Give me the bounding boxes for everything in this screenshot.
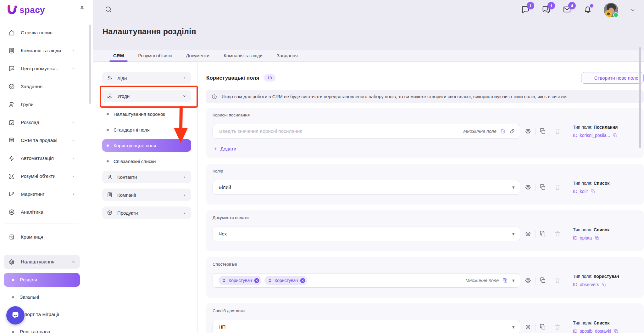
field-settings-button[interactable] [525,277,531,284]
subnav-item-custom-fields[interactable]: Користувацькі поля [102,139,191,152]
subnav-item-products[interactable]: Продукти [102,206,191,219]
gear-icon[interactable] [525,230,531,237]
field-settings-button[interactable] [525,128,531,135]
trash-icon[interactable] [554,128,561,135]
subnav-item-leads[interactable]: Ліди [102,72,191,84]
sidebar-item-groups[interactable]: Групи [4,98,80,111]
chip-label: Користувач [229,278,252,283]
support-chat-button[interactable] [6,306,25,325]
copy-icon[interactable] [539,277,546,284]
copy-id-icon[interactable] [591,189,595,194]
dropdown-caret-icon[interactable]: ▼ [511,279,515,283]
topbar-group-chat-button[interactable]: 1 [541,5,551,15]
trash-icon[interactable] [554,324,561,330]
sidebar-item-comm-center[interactable]: Центр комуніка... [4,62,80,76]
tab-tasks[interactable]: Завдання [277,50,298,61]
copy-icon[interactable] [539,230,546,237]
dropdown-caret-icon[interactable]: ▼ [511,325,515,329]
subnav-item-deals[interactable]: Угоди [102,90,191,102]
dropdown-caret-icon[interactable]: ▼ [511,185,515,189]
sidebar-item-company-people[interactable]: Компанія та люди [4,44,80,58]
copy-id-icon[interactable] [613,133,618,138]
sidebar-item-general[interactable]: Загальні [4,290,80,304]
trash-icon[interactable] [554,230,561,237]
mail-badge: 4 [568,2,576,9]
remove-chip-icon[interactable] [300,278,305,283]
copy-icon[interactable] [539,184,546,191]
text-copy-icon[interactable] [500,128,506,134]
field-control-korisni-posilannya[interactable]: Множинне поле [213,124,520,138]
sidebar-item-smart-objects[interactable]: Розумні об'єкти [4,169,80,183]
tab-smart-objects[interactable]: Розумні об'єкти [138,50,172,61]
sidebar-scrollbar[interactable] [89,25,91,104]
page-scrollbar[interactable] [639,47,641,148]
field-control-oplata[interactable]: Чек▼ [213,227,520,241]
delete-field-button[interactable] [554,277,561,284]
topbar-notifications-button[interactable] [583,5,592,15]
sidebar-item-sections[interactable]: Розділи [4,273,80,287]
field-settings-button[interactable] [525,184,531,191]
sidebar-item-store[interactable]: Крамниця [4,230,80,244]
subnav-item-companies[interactable]: Компанії [102,189,191,201]
field-control-observers[interactable]: КористувачКористувачМножинне поле▼ [213,273,520,288]
text-copy-icon[interactable] [502,277,508,284]
field-control-kolir[interactable]: Білий▼ [213,180,520,195]
field-settings-button[interactable] [525,230,531,237]
subnav-item-funnel-settings[interactable]: Налаштування воронок [102,108,191,120]
add-value-button[interactable]: Додати [213,146,236,158]
gear-icon[interactable] [525,184,531,191]
sidebar-item-analytics[interactable]: Аналітика [4,205,80,219]
duplicate-field-button[interactable] [539,184,546,191]
remove-chip-icon[interactable] [254,278,259,283]
gear-icon[interactable] [525,277,531,284]
sidebar-item-tasks[interactable]: Завдання [4,80,80,93]
subnav-item-contacts[interactable]: Контакти [102,171,191,183]
create-field-button[interactable]: Створити нове поле [581,72,644,84]
topbar-mail-button[interactable]: 4 [562,5,572,15]
field-input[interactable] [219,128,460,134]
delete-field-button[interactable] [554,184,561,191]
delete-field-button[interactable] [554,230,561,237]
sidebar-item-automation[interactable]: Автоматизація [4,151,80,165]
search-icon[interactable] [104,5,113,14]
sidebar-item-schedule[interactable]: Розклад [4,116,80,129]
field-meta: Тип поля: СписокID: kolir [567,178,637,196]
copy-icon[interactable] [539,128,546,135]
sidebar-item-settings[interactable]: Налаштування [4,255,80,269]
duplicate-field-button[interactable] [539,230,546,237]
field-id: ID: kolir [573,189,637,194]
subnav-item-standard-fields[interactable]: Стандартні поля [102,123,191,136]
copy-id-icon[interactable] [602,282,607,287]
copy-id-icon[interactable] [614,329,619,333]
plus-icon [586,76,591,81]
sidebar-item-newsfeed[interactable]: Стрічка новин [4,26,80,40]
user-chip[interactable]: Користувач [264,276,307,285]
user-avatar[interactable] [604,3,618,17]
gear-icon[interactable] [525,128,531,135]
topbar-chat-button[interactable]: 1 [521,5,530,15]
sidebar-item-crm-sales[interactable]: CRM та продажі [4,133,80,147]
sidebar-item-roles-rights[interactable]: Ролі та права [4,325,80,333]
delete-field-button[interactable] [554,324,561,330]
dropdown-caret-icon[interactable]: ▼ [511,232,515,236]
field-settings-button[interactable] [525,324,531,330]
gear-icon[interactable] [525,324,531,330]
copy-icon[interactable] [539,324,546,330]
duplicate-field-button[interactable] [539,324,546,330]
pin-sidebar-icon[interactable] [79,5,86,12]
delete-field-button[interactable] [554,128,561,135]
field-control-sposib-dostavki[interactable]: НП▼ [213,320,520,333]
sidebar-item-marketing[interactable]: Маркетинг [4,187,80,201]
tab-crm[interactable]: CRM [113,50,124,61]
copy-id-icon[interactable] [595,236,599,240]
trash-icon[interactable] [554,277,561,284]
trash-icon[interactable] [554,184,561,191]
user-chip[interactable]: Користувач [219,276,261,285]
duplicate-field-button[interactable] [539,128,546,135]
link-icon[interactable] [509,128,515,134]
user-menu-chevron-down-icon[interactable] [630,7,636,13]
tab-company-people[interactable]: Компанія та люди [224,50,263,61]
duplicate-field-button[interactable] [539,277,546,284]
subnav-item-dependent-lists[interactable]: Співзалежні списки [102,155,191,167]
tab-documents[interactable]: Документи [186,50,209,61]
